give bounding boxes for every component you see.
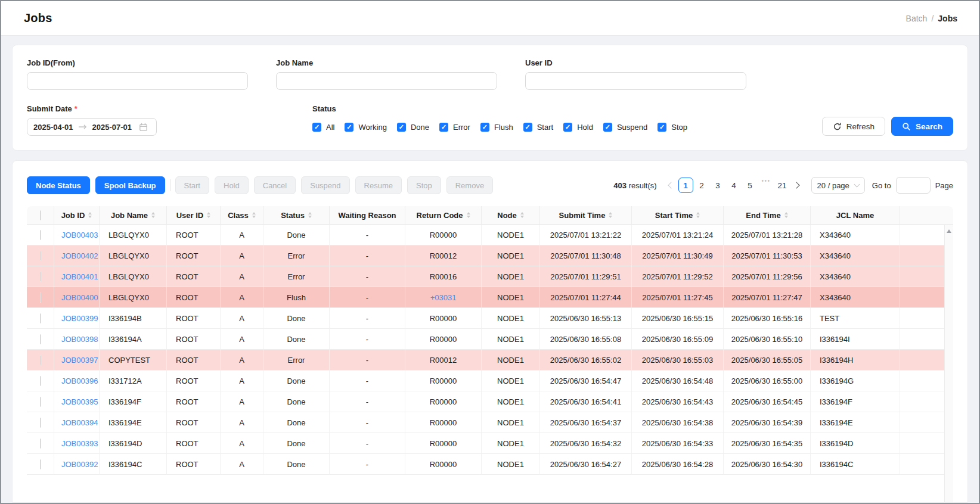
row-checkbox[interactable] xyxy=(40,230,41,240)
cell-user_id: ROOT xyxy=(167,371,221,391)
date-from-value[interactable]: 2025-04-01 xyxy=(33,123,73,132)
row-checkbox[interactable] xyxy=(40,251,41,261)
column-header-node[interactable]: Node xyxy=(482,206,540,225)
checkbox-checked-icon: ✓ xyxy=(312,123,321,132)
cell-waiting_reason: - xyxy=(330,350,405,371)
cell-status: Done xyxy=(263,308,330,329)
refresh-button[interactable]: Refresh xyxy=(822,117,885,136)
status-checkbox-all[interactable]: ✓All xyxy=(312,123,334,132)
job-id-link[interactable]: JOB00396 xyxy=(61,377,98,385)
column-label: JCL Name xyxy=(836,211,874,220)
page-button-21[interactable]: 21 xyxy=(775,178,790,193)
job-id-link[interactable]: JOB00400 xyxy=(61,293,98,302)
row-checkbox[interactable] xyxy=(40,355,41,365)
cell-value: ROOT xyxy=(176,293,199,302)
cell-waiting_reason: - xyxy=(330,371,405,391)
page-ellipsis[interactable]: ••• xyxy=(759,178,774,193)
job-id-link[interactable]: JOB00395 xyxy=(61,397,98,406)
job-id-link[interactable]: JOB00394 xyxy=(61,418,98,427)
user-id-label: User ID xyxy=(525,58,746,67)
job-id-link[interactable]: JOB00402 xyxy=(61,251,98,260)
row-checkbox[interactable] xyxy=(40,334,41,344)
goto-page-input[interactable] xyxy=(896,177,931,194)
search-button[interactable]: Search xyxy=(891,117,953,136)
job-id-input[interactable] xyxy=(27,72,248,90)
cell-submit_time: 2025/06/30 16:54:27 xyxy=(540,454,632,475)
toolbar-primary-buttons: Node StatusSpool Backup xyxy=(27,176,165,194)
job-name-input[interactable] xyxy=(276,72,497,90)
page-size-select[interactable]: 20 / page xyxy=(811,177,865,194)
status-checkbox-flush[interactable]: ✓Flush xyxy=(480,123,513,132)
cell-job_id: JOB00399 xyxy=(54,308,100,329)
row-checkbox[interactable] xyxy=(40,272,41,282)
column-header-return_code[interactable]: Return Code xyxy=(405,206,482,225)
row-checkbox[interactable] xyxy=(40,376,41,386)
row-checkbox[interactable] xyxy=(40,293,41,303)
cell-status: Done xyxy=(263,329,330,350)
status-checkbox-done[interactable]: ✓Done xyxy=(397,123,429,132)
cell-submit_time: 2025/06/30 16:54:37 xyxy=(540,412,632,433)
spool-backup-button[interactable]: Spool Backup xyxy=(95,176,165,194)
status-checkbox-suspend[interactable]: ✓Suspend xyxy=(603,123,647,132)
cell-job_name: I336194C xyxy=(100,454,167,475)
vertical-scrollbar[interactable] xyxy=(944,225,953,502)
cell-value: R00000 xyxy=(430,377,457,385)
status-checkbox-working[interactable]: ✓Working xyxy=(345,123,386,132)
submit-date-range-picker[interactable]: 2025-04-01 2025-07-01 xyxy=(27,118,157,136)
submit-date-field: Submit Date * 2025-04-01 2025-07-01 xyxy=(27,104,157,136)
row-checkbox[interactable] xyxy=(40,438,41,449)
select-all-checkbox[interactable] xyxy=(40,210,41,220)
cell-start_time: 2025/06/30 16:54:33 xyxy=(632,433,724,454)
column-header-start_time[interactable]: Start Time xyxy=(632,206,724,225)
cell-value: 2025/06/30 16:55:03 xyxy=(642,356,713,365)
status-checkbox-stop[interactable]: ✓Stop xyxy=(658,123,687,132)
column-header-job_id[interactable]: Job ID xyxy=(54,206,100,225)
return-code-link[interactable]: +03031 xyxy=(430,293,457,302)
status-checkbox-error[interactable]: ✓Error xyxy=(439,123,470,132)
column-header-end_time[interactable]: End Time xyxy=(724,206,811,225)
job-id-link[interactable]: JOB00398 xyxy=(61,335,98,344)
breadcrumb-parent[interactable]: Batch xyxy=(906,14,928,23)
prev-page-button[interactable] xyxy=(664,178,677,193)
jobs-table-wrap: Job IDJob NameUser IDClassStatusWaiting … xyxy=(27,206,953,502)
select-all-header-cell xyxy=(27,206,54,225)
row-checkbox[interactable] xyxy=(40,459,41,469)
date-to-value[interactable]: 2025-07-01 xyxy=(92,123,132,132)
page-button-5[interactable]: 5 xyxy=(743,178,758,193)
job-id-link[interactable]: JOB00401 xyxy=(61,272,98,281)
column-header-user_id[interactable]: User ID xyxy=(167,206,221,225)
page-button-3[interactable]: 3 xyxy=(711,178,725,193)
user-id-input[interactable] xyxy=(525,72,746,90)
job-id-link[interactable]: JOB00393 xyxy=(61,439,98,448)
row-checkbox[interactable] xyxy=(40,397,41,407)
node-status-button[interactable]: Node Status xyxy=(27,176,90,194)
scroll-up-icon[interactable] xyxy=(947,229,951,233)
cell-status: Done xyxy=(263,412,330,433)
page-button-4[interactable]: 4 xyxy=(727,178,742,193)
cell-value: ROOT xyxy=(176,418,199,427)
column-header-class[interactable]: Class xyxy=(221,206,263,225)
row-checkbox[interactable] xyxy=(40,313,41,323)
column-label: User ID xyxy=(176,211,204,220)
column-header-submit_time[interactable]: Submit Time xyxy=(540,206,632,225)
job-id-link[interactable]: JOB00403 xyxy=(61,231,98,239)
column-header-status[interactable]: Status xyxy=(263,206,330,225)
row-checkbox[interactable] xyxy=(40,418,41,428)
refresh-icon xyxy=(833,122,842,131)
column-header-job_name[interactable]: Job Name xyxy=(100,206,167,225)
job-id-link[interactable]: JOB00397 xyxy=(61,356,98,365)
page-button-1[interactable]: 1 xyxy=(678,178,693,193)
search-icon xyxy=(902,122,911,131)
sort-caret-down xyxy=(520,216,524,218)
page-button-2[interactable]: 2 xyxy=(694,178,709,193)
table-row: JOB00398I336194AROOTADone-R00000NODE1202… xyxy=(27,329,953,350)
start-button-disabled: Start xyxy=(175,176,209,194)
job-id-link[interactable]: JOB00399 xyxy=(61,314,98,323)
next-page-button[interactable] xyxy=(791,178,804,193)
sort-caret-down xyxy=(784,216,788,218)
job-id-link[interactable]: JOB00392 xyxy=(61,460,98,469)
cell-job_name: I336194E xyxy=(100,412,167,433)
status-checkbox-start[interactable]: ✓Start xyxy=(523,123,553,132)
jobs-page: Jobs Batch / Jobs Job ID(From) Job Name … xyxy=(0,0,980,504)
status-checkbox-hold[interactable]: ✓Hold xyxy=(563,123,593,132)
